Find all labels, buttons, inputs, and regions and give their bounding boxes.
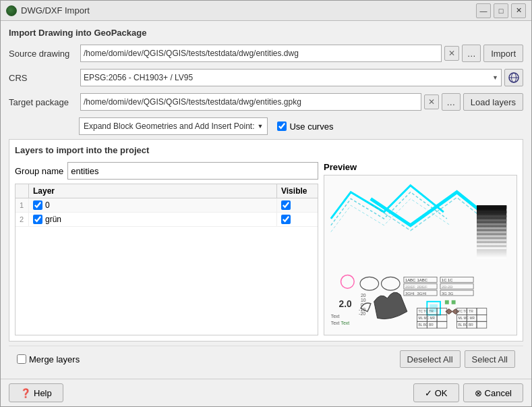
- row2-visible-checkbox[interactable]: [281, 215, 291, 224]
- svg-rect-10: [477, 227, 506, 229]
- target-package-group: Target package ✕ … Load layers: [9, 93, 523, 111]
- row2-layer: grün: [29, 213, 277, 226]
- layers-left: Group name Layer Visible 1: [15, 162, 318, 335]
- row1-layer-checkbox[interactable]: [33, 200, 42, 210]
- col-layer: Layer: [29, 184, 277, 198]
- source-drawing-input[interactable]: [80, 45, 442, 62]
- svg-text:2D   2D: 2D 2D: [442, 285, 453, 289]
- target-browse-button[interactable]: …: [442, 93, 461, 111]
- import-section-header: Import Drawing into GeoPackage: [9, 28, 523, 38]
- svg-rect-15: [477, 247, 506, 249]
- target-package-label: Target package: [9, 97, 76, 107]
- bottom-bar: Merge layers Deselect All Select All: [9, 346, 523, 372]
- preview-label: Preview: [324, 162, 517, 172]
- geom-combo-arrow-icon: ▼: [257, 123, 263, 130]
- footer-right: ✓ OK ⊗ Cancel: [413, 383, 523, 402]
- preview-canvas: 1ABC 1ABC 2DEF 2DEF 3GHI 3GHI 1C 1C 2D: [324, 175, 517, 335]
- load-layers-button[interactable]: Load layers: [463, 93, 523, 111]
- svg-rect-11: [477, 232, 506, 234]
- col-num: [16, 184, 29, 198]
- source-drawing-input-row: ✕ … Import: [80, 45, 523, 62]
- svg-text:1C   1C: 1C 1C: [442, 278, 453, 282]
- svg-rect-9: [477, 223, 506, 225]
- layers-table: Layer Visible 1 0: [15, 184, 318, 335]
- cancel-button[interactable]: ⊗ Cancel: [463, 383, 523, 402]
- svg-text:3GHI: 3GHI: [417, 292, 427, 296]
- crs-combo-row: EPSG:2056 - CH1903+ / LV95 ▼: [80, 69, 523, 86]
- app-icon: [6, 5, 17, 16]
- svg-rect-42: [445, 300, 449, 304]
- minimize-button[interactable]: —: [476, 3, 491, 18]
- table-row: 2 grün: [16, 213, 318, 227]
- layers-inner: Group name Layer Visible 1: [15, 162, 517, 335]
- geom-options-row: Expand Block Geometries and Add Insert P…: [79, 117, 523, 135]
- select-all-button[interactable]: Select All: [465, 350, 515, 368]
- source-browse-button[interactable]: …: [462, 45, 481, 62]
- close-button[interactable]: ✕: [511, 3, 526, 18]
- geom-combo-value: Expand Block Geometries and Add Insert P…: [84, 121, 254, 131]
- svg-rect-13: [477, 239, 506, 241]
- svg-text:Text: Text: [331, 321, 340, 325]
- crs-label: CRS: [9, 73, 76, 83]
- table-header: Layer Visible: [16, 184, 318, 198]
- merge-layers-checkbox[interactable]: [17, 354, 26, 364]
- preview-svg: 1ABC 1ABC 2DEF 2DEF 3GHI 3GHI 1C 1C 2D: [324, 175, 516, 335]
- group-name-label: Group name: [15, 166, 63, 176]
- bottom-right: Deselect All Select All: [400, 350, 515, 368]
- target-package-input[interactable]: [80, 93, 421, 111]
- ok-check-icon: ✓: [425, 388, 432, 398]
- svg-text:TC TC TR: TC TC TR: [419, 310, 434, 314]
- cancel-x-icon: ⊗: [475, 388, 482, 398]
- row1-visible: [277, 198, 318, 212]
- svg-text:3G   3G: 3G 3G: [442, 292, 454, 296]
- deselect-all-button[interactable]: Deselect All: [400, 350, 461, 368]
- preview-area: Preview: [324, 162, 517, 335]
- merge-layers-label[interactable]: Merge layers: [17, 354, 80, 364]
- svg-rect-8: [477, 219, 506, 221]
- row1-num: 1: [16, 198, 29, 212]
- group-name-row: Group name: [15, 162, 318, 180]
- source-clear-button[interactable]: ✕: [444, 46, 459, 61]
- target-clear-button[interactable]: ✕: [424, 94, 439, 109]
- crs-arrow-icon: ▼: [492, 74, 498, 81]
- svg-rect-14: [477, 243, 506, 245]
- svg-rect-5: [477, 205, 506, 209]
- row1-visible-checkbox[interactable]: [281, 200, 291, 210]
- layers-section-header: Layers to import into the project: [15, 145, 517, 155]
- content-area: Import Drawing into GeoPackage Source dr…: [1, 21, 531, 379]
- row2-visible: [277, 213, 318, 226]
- geom-combo[interactable]: Expand Block Geometries and Add Insert P…: [79, 117, 268, 135]
- target-package-input-row: ✕ … Load layers: [80, 93, 523, 111]
- svg-text:Text: Text: [331, 314, 340, 319]
- help-icon: ❓: [20, 388, 31, 398]
- svg-text:2DEF: 2DEF: [417, 285, 427, 289]
- import-button[interactable]: Import: [483, 45, 523, 62]
- row1-layer: 0: [29, 198, 277, 212]
- footer-buttons: ❓ Help ✓ OK ⊗ Cancel: [1, 379, 531, 406]
- title-bar: DWG/DXF Import — □ ✕: [1, 1, 531, 21]
- svg-text:1ABC: 1ABC: [417, 278, 428, 282]
- maximize-button[interactable]: □: [494, 3, 508, 18]
- title-controls: — □ ✕: [476, 3, 526, 18]
- svg-text:BL BC BR: BL BC BR: [459, 323, 474, 327]
- row2-layer-name: grün: [45, 215, 61, 224]
- source-drawing-label: Source drawing: [9, 49, 76, 59]
- group-name-input[interactable]: [67, 162, 318, 180]
- footer-left: ❓ Help: [9, 383, 63, 402]
- svg-rect-6: [477, 211, 506, 213]
- svg-text:2DEF: 2DEF: [405, 285, 415, 289]
- svg-text:ML MC MR: ML MC MR: [419, 317, 436, 320]
- layers-section: Layers to import into the project Group …: [9, 139, 523, 342]
- ok-button[interactable]: ✓ OK: [413, 383, 459, 402]
- svg-text:3GHI: 3GHI: [405, 292, 415, 296]
- use-curves-text: Use curves: [289, 121, 333, 132]
- help-button[interactable]: ❓ Help: [9, 383, 63, 402]
- crs-combo[interactable]: EPSG:2056 - CH1903+ / LV95 ▼: [80, 69, 502, 86]
- row2-layer-checkbox[interactable]: [33, 215, 42, 224]
- bottom-left: Merge layers: [17, 354, 80, 364]
- row2-num: 2: [16, 213, 29, 226]
- crs-globe-button[interactable]: [504, 69, 523, 86]
- use-curves-label[interactable]: Use curves: [277, 121, 333, 132]
- table-row: 1 0: [16, 198, 318, 213]
- use-curves-checkbox[interactable]: [277, 121, 287, 131]
